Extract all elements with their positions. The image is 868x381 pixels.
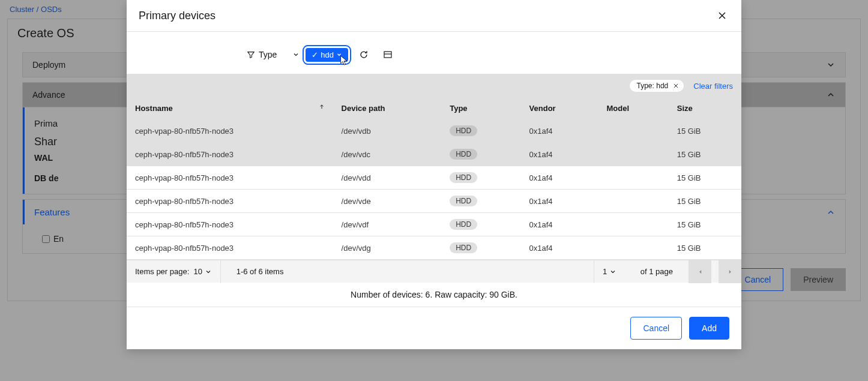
table-row[interactable]: ceph-vpap-80-nfb57h-node3/dev/vdeHDD0x1a…: [127, 190, 741, 213]
cell-model: [598, 213, 668, 236]
modal-primary-devices: Primary devices Type ✓ hdd: [127, 0, 741, 349]
prev-page-button[interactable]: [689, 260, 711, 283]
cell-model: [598, 119, 668, 143]
refresh-button[interactable]: [355, 46, 372, 63]
check-icon: ✓: [312, 50, 318, 59]
cancel-button[interactable]: Cancel: [630, 317, 682, 340]
cell-hostname: ceph-vpap-80-nfb57h-node3: [127, 190, 333, 213]
cell-hostname: ceph-vpap-80-nfb57h-node3: [127, 119, 333, 143]
cell-hostname: ceph-vpap-80-nfb57h-node3: [127, 143, 333, 166]
items-per-page[interactable]: Items per page: 10: [127, 260, 221, 283]
cell-size: 15 GiB: [669, 236, 741, 260]
cell-vendor: 0x1af4: [521, 143, 598, 166]
cell-type: HDD: [441, 119, 520, 143]
sort-asc-icon: [319, 104, 325, 110]
cell-hostname: ceph-vpap-80-nfb57h-node3: [127, 213, 333, 236]
table-row[interactable]: ceph-vpap-80-nfb57h-node3/dev/vddHDD0x1a…: [127, 166, 741, 190]
cell-vendor: 0x1af4: [521, 166, 598, 190]
page-number[interactable]: 1: [594, 260, 625, 283]
cell-size: 15 GiB: [669, 143, 741, 166]
cell-model: [598, 236, 668, 260]
filter-tag-label: hdd: [321, 50, 334, 59]
chevron-down-icon: [609, 268, 616, 275]
table-row[interactable]: ceph-vpap-80-nfb57h-node3/dev/vdbHDD0x1a…: [127, 119, 741, 143]
cell-vendor: 0x1af4: [521, 119, 598, 143]
col-vendor[interactable]: Vendor: [521, 98, 598, 119]
filter-type-dropdown[interactable]: Type: [247, 50, 300, 59]
cell-path: /dev/vdf: [333, 213, 442, 236]
filter-toolbar: Type ✓ hdd: [127, 32, 741, 74]
cell-path: /dev/vdg: [333, 236, 442, 260]
table-row[interactable]: ceph-vpap-80-nfb57h-node3/dev/vdfHDD0x1a…: [127, 213, 741, 236]
cell-type: HDD: [441, 143, 520, 166]
caret-right-icon: [727, 269, 733, 275]
close-button[interactable]: [715, 8, 729, 23]
columns-button[interactable]: [379, 46, 396, 63]
cell-model: [598, 143, 668, 166]
svg-rect-0: [384, 52, 391, 58]
table-row[interactable]: ceph-vpap-80-nfb57h-node3/dev/vdgHDD0x1a…: [127, 236, 741, 260]
table-row[interactable]: ceph-vpap-80-nfb57h-node3/dev/vdcHDD0x1a…: [127, 143, 741, 166]
cell-vendor: 0x1af4: [521, 213, 598, 236]
active-filters-strip: Type: hdd Clear filters: [127, 74, 741, 98]
add-button[interactable]: Add: [689, 317, 729, 340]
clear-filters-button[interactable]: Clear filters: [693, 82, 733, 91]
cell-size: 15 GiB: [669, 213, 741, 236]
cell-model: [598, 166, 668, 190]
devices-table: Hostname Device path Type Vendor Model S…: [127, 98, 741, 260]
device-summary: Number of devices: 6. Raw capacity: 90 G…: [127, 283, 741, 307]
cell-path: /dev/vdc: [333, 143, 442, 166]
cell-size: 15 GiB: [669, 166, 741, 190]
modal-title: Primary devices: [139, 10, 215, 22]
refresh-icon: [359, 50, 369, 59]
next-page-button[interactable]: [719, 260, 741, 283]
cell-type: HDD: [441, 190, 520, 213]
cell-type: HDD: [441, 236, 520, 260]
cell-hostname: ceph-vpap-80-nfb57h-node3: [127, 166, 333, 190]
filter-pill-type: Type: hdd: [630, 80, 684, 92]
col-hostname[interactable]: Hostname: [127, 98, 333, 119]
items-range: 1-6 of 6 items: [228, 260, 292, 283]
modal-overlay: Primary devices Type ✓ hdd: [0, 0, 868, 381]
filter-icon: [247, 50, 255, 59]
page-of: of 1 page: [632, 260, 681, 283]
table-icon: [383, 50, 393, 59]
cell-size: 15 GiB: [669, 119, 741, 143]
close-icon: [717, 11, 727, 20]
filter-tag-hdd[interactable]: ✓ hdd: [306, 48, 348, 62]
cell-vendor: 0x1af4: [521, 190, 598, 213]
filter-label-text: Type: [259, 50, 277, 59]
col-size[interactable]: Size: [669, 98, 741, 119]
col-type[interactable]: Type: [441, 98, 520, 119]
cell-size: 15 GiB: [669, 190, 741, 213]
cell-model: [598, 190, 668, 213]
close-icon[interactable]: [673, 83, 679, 89]
caret-left-icon: [698, 269, 704, 275]
cell-path: /dev/vde: [333, 190, 442, 213]
col-model[interactable]: Model: [598, 98, 668, 119]
chevron-down-icon: [336, 52, 342, 58]
pagination: Items per page: 10 1-6 of 6 items 1 of 1…: [127, 260, 741, 283]
chevron-down-icon: [205, 268, 212, 275]
cell-hostname: ceph-vpap-80-nfb57h-node3: [127, 236, 333, 260]
filter-pill-label: Type: hdd: [637, 82, 669, 90]
col-device-path[interactable]: Device path: [333, 98, 442, 119]
chevron-down-icon: [292, 51, 300, 58]
cell-type: HDD: [441, 213, 520, 236]
cell-type: HDD: [441, 166, 520, 190]
cell-path: /dev/vdd: [333, 166, 442, 190]
cell-path: /dev/vdb: [333, 119, 442, 143]
cell-vendor: 0x1af4: [521, 236, 598, 260]
